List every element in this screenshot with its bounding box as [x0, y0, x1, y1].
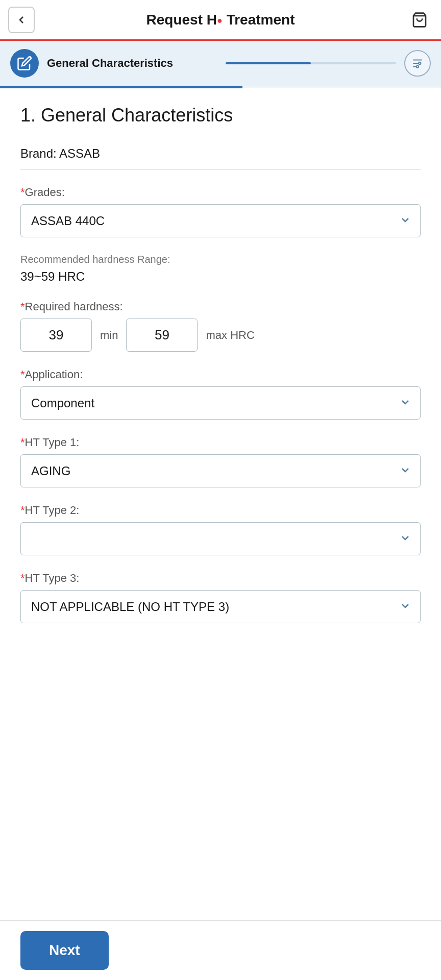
hardness-min-input[interactable]	[20, 318, 92, 352]
ht-type3-required: *	[20, 572, 25, 584]
ht-type1-field: *HT Type 1: AGING ANNEALING HARDENING TE…	[20, 436, 421, 487]
step-progress	[226, 62, 396, 64]
application-field: *Application: Component Tool Mold Other	[20, 368, 421, 420]
grades-select-wrapper: ASSAB 440C ASSAB 716 ASSAB 718 ASSAB 840…	[20, 204, 421, 237]
ht-type2-required: *	[20, 504, 25, 517]
ht-type3-select-wrapper: NOT APPLICABLE (NO HT TYPE 3) ANNEALING …	[20, 590, 421, 623]
ht-type1-select[interactable]: AGING ANNEALING HARDENING TEMPERING	[20, 454, 421, 487]
step-progress-fill	[226, 62, 311, 64]
step-label: General Characteristics	[47, 57, 217, 70]
step-icon	[10, 49, 39, 78]
grades-label: *Grades:	[20, 186, 421, 199]
svg-point-5	[416, 65, 419, 67]
svg-point-4	[419, 62, 421, 64]
brand-row: Brand: ASSAB	[20, 146, 421, 169]
ht-type2-select[interactable]: NOT APPLICABLE ANNEALING HARDENING TEMPE…	[20, 522, 421, 555]
header: Request H● Treatment	[0, 0, 441, 41]
ht-type3-label: *HT Type 3:	[20, 572, 421, 585]
application-label: *Application:	[20, 368, 421, 381]
hardness-range-label: Recommended hardness Range:	[20, 254, 421, 265]
brand-label: Brand:	[20, 146, 57, 160]
grades-required: *	[20, 186, 25, 199]
ht-type2-field: *HT Type 2: NOT APPLICABLE ANNEALING HAR…	[20, 504, 421, 555]
ht-type1-required: *	[20, 436, 25, 449]
step-bar: General Characteristics	[0, 41, 441, 86]
bottom-bar: Next	[0, 920, 441, 980]
hardness-range-field: Recommended hardness Range: 39~59 HRC	[20, 254, 421, 284]
hardness-range-value: 39~59 HRC	[20, 270, 421, 284]
ht-type3-select[interactable]: NOT APPLICABLE (NO HT TYPE 3) ANNEALING …	[20, 590, 421, 623]
hardness-min-unit: min	[100, 329, 118, 342]
application-select[interactable]: Component Tool Mold Other	[20, 386, 421, 420]
ht-type1-select-wrapper: AGING ANNEALING HARDENING TEMPERING	[20, 454, 421, 487]
application-required: *	[20, 368, 25, 381]
main-content: 1. General Characteristics Brand: ASSAB …	[0, 88, 441, 966]
required-hardness-field: *Required hardness: min max HRC	[20, 300, 421, 352]
ht-type1-label: *HT Type 1:	[20, 436, 421, 449]
brand-value: ASSAB	[59, 146, 100, 160]
grades-select[interactable]: ASSAB 440C ASSAB 716 ASSAB 718 ASSAB 840…	[20, 204, 421, 237]
page-title: Request H● Treatment	[35, 12, 406, 28]
application-select-wrapper: Component Tool Mold Other	[20, 386, 421, 420]
cart-button[interactable]	[406, 7, 433, 33]
ht-type2-select-wrapper: NOT APPLICABLE ANNEALING HARDENING TEMPE…	[20, 522, 421, 555]
ht-type3-field: *HT Type 3: NOT APPLICABLE (NO HT TYPE 3…	[20, 572, 421, 623]
required-hardness-required: *	[20, 300, 25, 313]
back-button[interactable]	[8, 7, 35, 33]
step-filter-icon[interactable]	[404, 50, 431, 77]
ht-type2-label: *HT Type 2:	[20, 504, 421, 517]
section-title: 1. General Characteristics	[20, 105, 421, 126]
required-hardness-label: *Required hardness:	[20, 300, 421, 313]
hardness-inputs-row: min max HRC	[20, 318, 421, 352]
hardness-max-input[interactable]	[126, 318, 198, 352]
grades-field: *Grades: ASSAB 440C ASSAB 716 ASSAB 718 …	[20, 186, 421, 237]
next-button[interactable]: Next	[20, 931, 109, 970]
hardness-max-unit: max HRC	[206, 329, 254, 342]
